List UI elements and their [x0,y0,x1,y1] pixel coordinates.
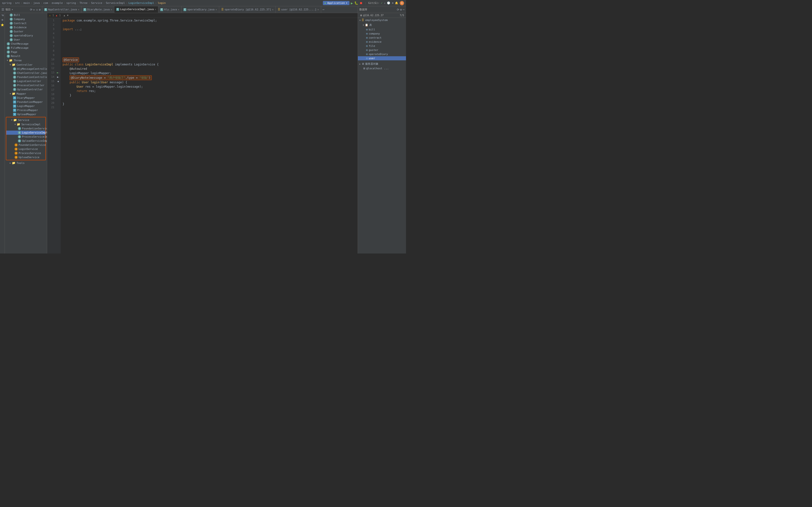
run-button[interactable]: ▶ [351,1,353,5]
sidebar-item-foundation-mapper[interactable]: M FoundationMapper [5,100,47,104]
sync-icon[interactable]: ⟳ [30,8,33,11]
breadcrumb-login[interactable]: login [158,1,165,5]
bookmark-icon[interactable]: ⭐ [1,23,4,26]
clock-icon[interactable]: 🕐 [387,1,390,5]
nav-down-icon[interactable]: ▼ [67,14,68,17]
collapse-icon[interactable]: ⇤ [33,8,35,11]
tab-diary-note[interactable]: C DiaryNote.java ✕ [82,6,114,13]
tab-close-app-controller[interactable]: ✕ [78,8,79,11]
sidebar-item-process-mapper[interactable]: M ProcessMapper [5,108,47,112]
sidebar-item-evidence[interactable]: C Evidence [5,25,47,30]
sidebar-item-foundation-ctrl[interactable]: C FoundationController [5,75,47,79]
filter-icon[interactable]: ⚙ [400,8,402,11]
db-tree-localhost[interactable]: 🖥 @localhost ... [358,66,406,70]
tab-close-aly[interactable]: ✕ [178,8,179,11]
sidebar-item-upload-mapper[interactable]: M UploadMapper [5,112,47,116]
sidebar-item-controller[interactable]: ▼ 📁 Controller [5,62,47,67]
breadcrumb-login-service-impl[interactable]: LoginServiceImpl [129,1,154,5]
git-check-icon[interactable]: ✓ [381,1,383,5]
tab-app-controller[interactable]: C AppController.java ✕ [42,6,82,13]
sidebar-item-file-message[interactable]: C FileMessage [5,46,47,50]
project-dropdown-icon[interactable]: ▾ [12,8,13,11]
sidebar-item-user[interactable]: C User [5,38,47,42]
breadcrumb-src[interactable]: src [15,1,20,5]
tab-close-diary-note[interactable]: ✕ [111,8,112,11]
tab-more-button[interactable]: ⋯ [321,6,326,13]
sidebar-item-diary-mapper[interactable]: M DiaryMapper [5,96,47,100]
git-update-icon[interactable]: ↓ [384,1,386,5]
db-tree-user[interactable]: ⊞ user [358,56,406,60]
refresh-icon[interactable]: ⟳ [397,8,399,11]
settings-icon[interactable]: ⚙ [392,1,394,5]
more-icon[interactable]: ⋯ [403,8,405,11]
sidebar-item-chat-ctrl[interactable]: C ChatController.java [5,71,47,75]
sidebar-item-foundation-service[interactable]: I FoundationService [6,143,45,147]
db-tree-evidence[interactable]: ⊞ evidence [358,40,406,44]
sidebar-item-guster[interactable]: C Guster [5,30,47,34]
run-config-button[interactable]: ▶ Application ▾ [323,1,349,5]
tab-user-db[interactable]: 🗄 user [@116.62.225....] ✕ [276,6,321,13]
tab-aly[interactable]: C Aly.java ✕ [158,6,182,13]
db-tree-company[interactable]: ⊞ company [358,32,406,36]
sort-icon[interactable]: ↕ [36,8,38,11]
sidebar-item-operate-diary[interactable]: C operateDiary [5,34,47,38]
tab-operate-diary[interactable]: C operateDiary.java ✕ [182,6,219,13]
breadcrumb-service[interactable]: Service [91,1,102,5]
sidebar-item-mapper[interactable]: ▼ 📁 Mapper [5,92,47,96]
tab-close-operate[interactable]: ✕ [215,8,217,11]
sidebar-item-process-ctrl[interactable]: C ProcessController [5,83,47,88]
sidebar-item-login-service-impl-tree[interactable]: C LoginServiceImpl [6,131,45,135]
breadcrumb-main[interactable]: main [23,1,30,5]
sidebar-item-login-mapper[interactable]: M LoginMapper [5,104,47,108]
debug-button[interactable]: 🐛 [354,1,358,5]
sidebar-item-aly-ctrl[interactable]: C AlyMessageController [5,67,47,71]
db-tree-guster[interactable]: ⊞ guster [358,48,406,52]
sidebar-item-serveice-impl[interactable]: ▼ 📁 ServeiceImpl [6,122,45,126]
breadcrumb-three[interactable]: Three [80,1,88,5]
db-tree-bill[interactable]: ⊞ bill [358,27,406,32]
tab-operate-diary-db[interactable]: 🗄 operateDiary [@116.62.225.37] ✕ [219,6,276,13]
avatar[interactable]: A [400,1,404,5]
sidebar-item-bill[interactable]: C Bill [5,13,47,17]
project-icon[interactable]: P [1,14,4,16]
sidebar-item-process-service[interactable]: I ProcessService [6,151,45,155]
db-tree-operate-diary[interactable]: ⊞ operateDiary [358,52,406,56]
sidebar-item-upload-service-impl[interactable]: C UploadServiceImpl [6,139,45,143]
db-tree-server-obj[interactable]: ▶ 🖥 服务器对象 [358,61,406,66]
sidebar-item-page[interactable]: C Page [5,50,47,54]
nav-up-icon[interactable]: ▲ [63,14,65,17]
db-tree-tables[interactable]: ▼ 📋 表 [358,22,406,27]
db-tree-employee[interactable]: ▼ 🗄 employeeSystem [358,18,406,22]
notifications-icon[interactable]: 🔔 [395,1,398,5]
breadcrumb-java[interactable]: java [33,1,40,5]
menu-icon[interactable]: ☰ [1,8,4,11]
tab-close-db2[interactable]: ✕ [317,8,319,11]
breadcrumb-serveice-impl[interactable]: ServeiceImpl [106,1,125,5]
sidebar-item-three[interactable]: ▼ 📁 Three [5,58,47,62]
sidebar-item-upload-ctrl[interactable]: C UploadController [5,88,47,92]
sidebar-item-foundation-service-impl[interactable]: C FoundationServiceImpl [6,126,45,131]
sidebar-item-tools[interactable]: ▶ 📁 Tools [5,161,47,165]
sidebar-item-contract[interactable]: C Contract [5,21,47,25]
db-tree-contract[interactable]: ⊞ contract [358,36,406,40]
stop-button[interactable]: ⏹ [360,1,363,5]
tab-login-service-impl[interactable]: C LoginServiceImpl.java ✕ [114,6,158,13]
breadcrumb-example[interactable]: example [52,1,63,5]
sidebar-item-company[interactable]: C Company [5,17,47,21]
tab-close-login[interactable]: ✕ [155,8,156,11]
sidebar-item-upload-service[interactable]: I UploadService [6,155,45,159]
tab-close-db1[interactable]: ✕ [272,8,273,11]
sidebar-item-process-service-impl[interactable]: C ProcessServiceImpl [6,135,45,139]
sidebar-item-chat-message[interactable]: C ChatMessage [5,42,47,46]
db-tree-file[interactable]: ⊞ file [358,44,406,48]
sidebar-item-service[interactable]: ▼ 📁 Service [6,118,45,122]
sidebar-item-result[interactable]: C Result [5,54,47,58]
structure-icon[interactable]: ≡ [1,18,3,21]
breadcrumb-spring2[interactable]: spring [66,1,76,5]
settings2-icon[interactable]: ⚙ [39,8,41,11]
sidebar-item-login-ctrl[interactable]: C LoginController [5,79,47,83]
page-info: 7/5 [400,14,404,17]
breadcrumb-com[interactable]: com [43,1,48,5]
sidebar-item-login-service[interactable]: I LoginService [6,147,45,151]
breadcrumb-spring[interactable]: spring [2,1,12,5]
